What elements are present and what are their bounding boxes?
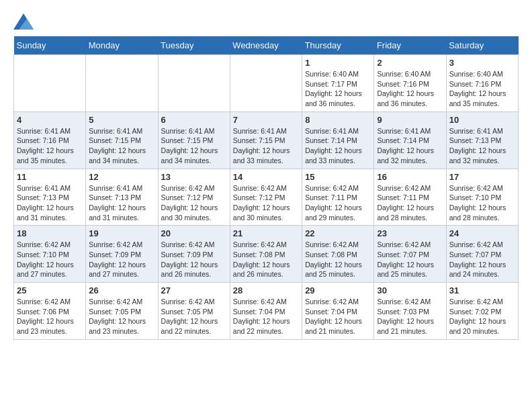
day-info: Sunrise: 6:40 AM Sunset: 7:16 PM Dayligh…	[377, 69, 443, 109]
calendar-cell: 3Sunrise: 6:40 AM Sunset: 7:16 PM Daylig…	[446, 55, 518, 112]
calendar-week-4: 18Sunrise: 6:42 AM Sunset: 7:10 PM Dayli…	[14, 226, 519, 283]
day-info: Sunrise: 6:42 AM Sunset: 7:08 PM Dayligh…	[305, 240, 371, 279]
day-number: 13	[161, 172, 227, 182]
day-number: 12	[89, 172, 154, 182]
calendar-cell: 13Sunrise: 6:42 AM Sunset: 7:12 PM Dayli…	[158, 169, 230, 226]
day-of-week-monday: Monday	[86, 36, 158, 55]
day-info: Sunrise: 6:42 AM Sunset: 7:07 PM Dayligh…	[377, 240, 443, 279]
day-number: 25	[17, 285, 83, 295]
day-of-week-wednesday: Wednesday	[230, 36, 302, 55]
calendar-cell: 8Sunrise: 6:41 AM Sunset: 7:14 PM Daylig…	[302, 111, 374, 169]
calendar-cell: 1Sunrise: 6:40 AM Sunset: 7:17 PM Daylig…	[302, 55, 374, 112]
day-info: Sunrise: 6:42 AM Sunset: 7:11 PM Dayligh…	[377, 183, 443, 223]
calendar-cell	[158, 55, 230, 112]
day-info: Sunrise: 6:42 AM Sunset: 7:06 PM Dayligh…	[17, 297, 83, 336]
calendar-cell	[230, 55, 302, 112]
calendar-cell: 27Sunrise: 6:42 AM Sunset: 7:05 PM Dayli…	[158, 283, 230, 340]
calendar-cell: 10Sunrise: 6:41 AM Sunset: 7:13 PM Dayli…	[446, 111, 518, 169]
calendar-cell: 29Sunrise: 6:42 AM Sunset: 7:04 PM Dayli…	[302, 283, 374, 340]
calendar-cell: 19Sunrise: 6:42 AM Sunset: 7:09 PM Dayli…	[86, 226, 158, 283]
day-info: Sunrise: 6:42 AM Sunset: 7:10 PM Dayligh…	[17, 240, 83, 279]
logo	[13, 13, 36, 30]
header	[13, 13, 519, 30]
calendar-cell: 31Sunrise: 6:42 AM Sunset: 7:02 PM Dayli…	[446, 283, 518, 340]
calendar-cell: 12Sunrise: 6:41 AM Sunset: 7:13 PM Dayli…	[86, 169, 158, 226]
day-number: 28	[233, 285, 299, 295]
day-info: Sunrise: 6:42 AM Sunset: 7:05 PM Dayligh…	[89, 297, 154, 336]
day-info: Sunrise: 6:41 AM Sunset: 7:15 PM Dayligh…	[233, 126, 299, 166]
day-info: Sunrise: 6:42 AM Sunset: 7:03 PM Dayligh…	[377, 297, 443, 336]
day-of-week-tuesday: Tuesday	[158, 36, 230, 55]
day-number: 6	[161, 115, 227, 125]
calendar-cell: 17Sunrise: 6:42 AM Sunset: 7:10 PM Dayli…	[446, 169, 518, 226]
calendar-cell: 26Sunrise: 6:42 AM Sunset: 7:05 PM Dayli…	[86, 283, 158, 340]
day-number: 30	[377, 285, 443, 295]
day-info: Sunrise: 6:41 AM Sunset: 7:14 PM Dayligh…	[377, 126, 443, 166]
day-number: 21	[233, 228, 299, 238]
day-number: 2	[377, 58, 443, 68]
calendar-week-2: 4Sunrise: 6:41 AM Sunset: 7:16 PM Daylig…	[14, 111, 519, 169]
day-info: Sunrise: 6:40 AM Sunset: 7:16 PM Dayligh…	[449, 69, 515, 109]
day-of-week-sunday: Sunday	[14, 36, 86, 55]
day-info: Sunrise: 6:41 AM Sunset: 7:16 PM Dayligh…	[17, 126, 83, 166]
calendar-cell: 15Sunrise: 6:42 AM Sunset: 7:11 PM Dayli…	[302, 169, 374, 226]
day-info: Sunrise: 6:42 AM Sunset: 7:02 PM Dayligh…	[449, 297, 515, 336]
day-number: 14	[233, 172, 299, 182]
day-of-week-friday: Friday	[374, 36, 446, 55]
calendar-cell: 24Sunrise: 6:42 AM Sunset: 7:07 PM Dayli…	[446, 226, 518, 283]
calendar-cell: 28Sunrise: 6:42 AM Sunset: 7:04 PM Dayli…	[230, 283, 302, 340]
calendar-cell: 30Sunrise: 6:42 AM Sunset: 7:03 PM Dayli…	[374, 283, 446, 340]
day-number: 29	[305, 285, 371, 295]
day-info: Sunrise: 6:42 AM Sunset: 7:09 PM Dayligh…	[89, 240, 154, 279]
day-info: Sunrise: 6:42 AM Sunset: 7:11 PM Dayligh…	[305, 183, 371, 223]
day-number: 8	[305, 115, 371, 125]
day-info: Sunrise: 6:42 AM Sunset: 7:05 PM Dayligh…	[161, 297, 227, 336]
day-info: Sunrise: 6:42 AM Sunset: 7:04 PM Dayligh…	[233, 297, 299, 336]
day-number: 5	[89, 115, 154, 125]
day-info: Sunrise: 6:42 AM Sunset: 7:10 PM Dayligh…	[449, 183, 515, 223]
calendar-cell: 25Sunrise: 6:42 AM Sunset: 7:06 PM Dayli…	[14, 283, 86, 340]
day-info: Sunrise: 6:42 AM Sunset: 7:08 PM Dayligh…	[233, 240, 299, 279]
day-info: Sunrise: 6:40 AM Sunset: 7:17 PM Dayligh…	[305, 69, 371, 109]
day-number: 20	[161, 228, 227, 238]
day-info: Sunrise: 6:41 AM Sunset: 7:15 PM Dayligh…	[89, 126, 154, 166]
calendar-cell: 11Sunrise: 6:41 AM Sunset: 7:13 PM Dayli…	[14, 169, 86, 226]
day-info: Sunrise: 6:42 AM Sunset: 7:12 PM Dayligh…	[161, 183, 227, 223]
calendar-cell: 20Sunrise: 6:42 AM Sunset: 7:09 PM Dayli…	[158, 226, 230, 283]
day-number: 7	[233, 115, 299, 125]
day-info: Sunrise: 6:41 AM Sunset: 7:13 PM Dayligh…	[449, 126, 515, 166]
day-number: 15	[305, 172, 371, 182]
day-number: 23	[377, 228, 443, 238]
day-info: Sunrise: 6:41 AM Sunset: 7:13 PM Dayligh…	[17, 183, 83, 223]
calendar-cell	[86, 55, 158, 112]
day-number: 11	[17, 172, 83, 182]
day-info: Sunrise: 6:42 AM Sunset: 7:07 PM Dayligh…	[449, 240, 515, 279]
day-number: 3	[449, 58, 515, 68]
calendar-week-3: 11Sunrise: 6:41 AM Sunset: 7:13 PM Dayli…	[14, 169, 519, 226]
day-number: 27	[161, 285, 227, 295]
day-info: Sunrise: 6:42 AM Sunset: 7:12 PM Dayligh…	[233, 183, 299, 223]
day-number: 9	[377, 115, 443, 125]
day-number: 26	[89, 285, 154, 295]
calendar-cell: 7Sunrise: 6:41 AM Sunset: 7:15 PM Daylig…	[230, 111, 302, 169]
day-of-week-thursday: Thursday	[302, 36, 374, 55]
calendar-cell: 9Sunrise: 6:41 AM Sunset: 7:14 PM Daylig…	[374, 111, 446, 169]
day-number: 18	[17, 228, 83, 238]
day-number: 1	[305, 58, 371, 68]
day-info: Sunrise: 6:41 AM Sunset: 7:15 PM Dayligh…	[161, 126, 227, 166]
calendar-table: SundayMondayTuesdayWednesdayThursdayFrid…	[13, 36, 519, 340]
day-info: Sunrise: 6:42 AM Sunset: 7:04 PM Dayligh…	[305, 297, 371, 336]
day-number: 10	[449, 115, 515, 125]
day-info: Sunrise: 6:42 AM Sunset: 7:09 PM Dayligh…	[161, 240, 227, 279]
logo-icon	[13, 13, 34, 30]
calendar-cell: 6Sunrise: 6:41 AM Sunset: 7:15 PM Daylig…	[158, 111, 230, 169]
calendar-cell: 21Sunrise: 6:42 AM Sunset: 7:08 PM Dayli…	[230, 226, 302, 283]
calendar-cell: 5Sunrise: 6:41 AM Sunset: 7:15 PM Daylig…	[86, 111, 158, 169]
day-number: 22	[305, 228, 371, 238]
calendar-week-1: 1Sunrise: 6:40 AM Sunset: 7:17 PM Daylig…	[14, 55, 519, 112]
day-number: 16	[377, 172, 443, 182]
day-info: Sunrise: 6:41 AM Sunset: 7:14 PM Dayligh…	[305, 126, 371, 166]
day-info: Sunrise: 6:41 AM Sunset: 7:13 PM Dayligh…	[89, 183, 154, 223]
calendar-cell: 23Sunrise: 6:42 AM Sunset: 7:07 PM Dayli…	[374, 226, 446, 283]
day-of-week-saturday: Saturday	[446, 36, 518, 55]
